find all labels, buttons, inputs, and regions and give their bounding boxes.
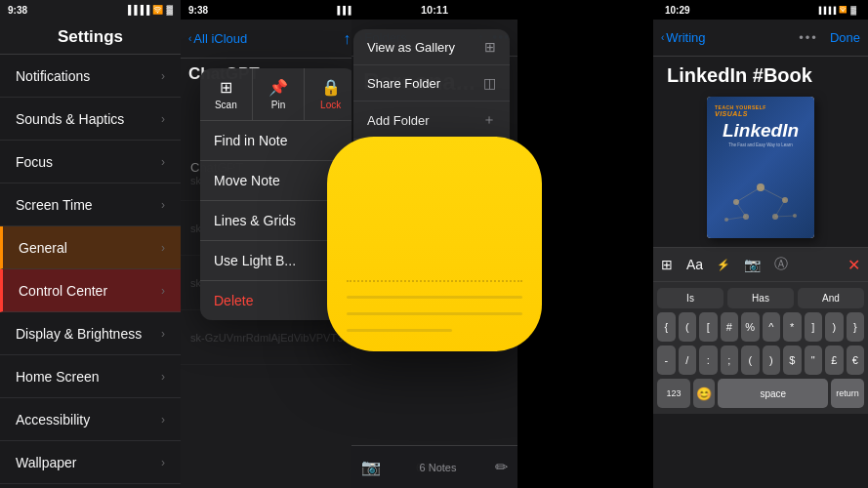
key-close-paren2[interactable]: ): [763, 346, 781, 375]
settings-status-right: ▐▐▐▐ 🛜 ▓: [125, 5, 173, 15]
key-emoji[interactable]: 😊: [693, 379, 716, 408]
text-style-icon[interactable]: Ⓐ: [774, 256, 788, 273]
settings-item-notifications[interactable]: Notifications ›: [0, 55, 181, 98]
notes-line-3: [347, 329, 452, 332]
settings-item-general[interactable]: General ›: [0, 226, 181, 269]
writing-status-bar: 10:29 ▐▐▐▐ 🛜 ▓: [653, 0, 868, 20]
settings-item-display[interactable]: Display & Brightness ›: [0, 312, 181, 355]
key-percent[interactable]: %: [741, 312, 760, 342]
key-hash[interactable]: #: [721, 312, 739, 342]
svg-line-12: [775, 216, 795, 217]
text-format-icon[interactable]: Aa: [686, 257, 703, 272]
key-star[interactable]: *: [783, 312, 802, 342]
close-icon[interactable]: ✕: [847, 256, 860, 274]
chevron-left-icon: ‹: [661, 32, 664, 43]
key-pound[interactable]: £: [825, 346, 844, 375]
chevron-right-icon: ›: [161, 370, 165, 384]
settings-item-siri[interactable]: Siri & Search ›: [0, 484, 181, 488]
camera-toolbar-icon[interactable]: 📷: [744, 257, 761, 272]
scan-button[interactable]: ⊞ Scan: [200, 68, 252, 120]
settings-item-focus[interactable]: Focus ›: [0, 141, 181, 183]
key-open-paren2[interactable]: (: [741, 346, 760, 375]
key-open-brace[interactable]: {: [657, 312, 676, 342]
lock-icon: 🔒: [321, 78, 341, 97]
notes-app-icon[interactable]: [327, 137, 542, 351]
settings-time: 9:38: [8, 5, 27, 16]
svg-line-8: [761, 187, 785, 200]
network-svg: [717, 173, 805, 226]
grid-toolbar-icon[interactable]: ⊞: [661, 257, 673, 272]
settings-title-bar: Settings: [0, 20, 181, 55]
add-folder-icon: ＋: [482, 111, 496, 129]
settings-item-sounds[interactable]: Sounds & Haptics ›: [0, 98, 181, 141]
chevron-right-icon: ›: [161, 198, 165, 212]
key-dash[interactable]: -: [657, 346, 676, 375]
key-close-paren[interactable]: ): [825, 312, 844, 342]
settings-panel: 9:38 ▐▐▐▐ 🛜 ▓ Settings Notifications › S…: [0, 0, 181, 488]
key-close-brace[interactable]: }: [847, 312, 865, 342]
chat-status-left: 9:38: [188, 5, 208, 16]
key-quote[interactable]: ": [805, 346, 823, 375]
add-folder-button[interactable]: Add Folder ＋: [353, 102, 510, 140]
book-cover-inner: Teach Yourself VISUALS LinkedIn The Fast…: [707, 97, 814, 238]
key-close-bracket[interactable]: ]: [805, 312, 823, 342]
settings-list: Notifications › Sounds & Haptics › Focus…: [0, 55, 181, 488]
key-slash[interactable]: /: [679, 346, 697, 375]
key-euro[interactable]: €: [847, 346, 865, 375]
settings-item-wallpaper[interactable]: Wallpaper ›: [0, 441, 181, 484]
more-icon[interactable]: •••: [799, 30, 818, 45]
settings-item-control-center[interactable]: Control Center ›: [0, 269, 181, 312]
signal-icon: ▐▐▐▐: [125, 5, 150, 15]
key-open-bracket[interactable]: [: [699, 312, 718, 342]
wifi-icon: 🛜: [839, 6, 847, 14]
scan-icon: ⊞: [220, 78, 232, 97]
key-caret[interactable]: ^: [763, 312, 781, 342]
compose-icon[interactable]: ✏: [495, 458, 508, 476]
notes-status-bar: 10:11: [351, 0, 517, 20]
signal-icon: ▐▐▐▐: [816, 7, 836, 14]
chat-back-button[interactable]: ‹ All iCloud: [188, 31, 247, 46]
key-return[interactable]: return: [831, 379, 864, 408]
writing-status-icons: ▐▐▐▐ 🛜 ▓: [816, 6, 856, 15]
done-button[interactable]: Done: [830, 30, 860, 45]
key-open-paren[interactable]: (: [679, 312, 697, 342]
key-semicolon[interactable]: ;: [721, 346, 739, 375]
writing-back-button[interactable]: ‹ Writing: [661, 30, 706, 45]
notes-spacer-2: [347, 315, 522, 329]
writing-nav: ‹ Writing ••• Done: [653, 20, 868, 57]
bullet-icon[interactable]: ⚡: [717, 259, 730, 271]
settings-item-screen-time[interactable]: Screen Time ›: [0, 183, 181, 226]
view-gallery-button[interactable]: View as Gallery ⊞: [353, 29, 510, 65]
battery-icon: ▓: [850, 6, 856, 15]
writing-nav-actions: ••• Done: [799, 30, 860, 45]
settings-item-accessibility[interactable]: Accessibility ›: [0, 398, 181, 441]
chat-time: 9:38: [188, 5, 208, 16]
key-dollar[interactable]: $: [783, 346, 802, 375]
pin-button[interactable]: 📌 Pin: [252, 68, 306, 120]
camera-icon[interactable]: 📷: [361, 458, 381, 476]
book-brand-line2: VISUALS: [715, 110, 766, 117]
notes-count-label: 6 Notes: [420, 462, 457, 473]
book-logo-area: Teach Yourself VISUALS: [707, 97, 814, 117]
key-colon[interactable]: :: [699, 346, 718, 375]
share-icon[interactable]: ↑: [343, 30, 351, 48]
key-and[interactable]: And: [798, 288, 864, 308]
settings-item-home-screen[interactable]: Home Screen ›: [0, 355, 181, 398]
share-folder-button[interactable]: Share Folder ◫: [353, 65, 510, 102]
chevron-right-icon: ›: [161, 456, 165, 469]
key-123[interactable]: 123: [657, 379, 690, 408]
chevron-right-icon: ›: [161, 155, 165, 169]
writing-title: LinkedIn #Book: [667, 64, 812, 86]
battery-icon: ▓: [166, 5, 173, 15]
key-is[interactable]: Is: [657, 288, 723, 308]
chevron-right-icon: ›: [161, 69, 165, 83]
key-space[interactable]: space: [718, 379, 828, 408]
lock-button[interactable]: 🔒 Lock: [305, 68, 356, 120]
grid-icon: ⊞: [484, 39, 496, 55]
notes-spacer-1: [347, 299, 522, 312]
keyboard-row-2: - / : ; ( ) $ " £ €: [653, 344, 868, 377]
keyboard-special-row: Is Has And: [653, 286, 868, 310]
book-title-area: LinkedIn The Fast and Easy Way to Learn: [707, 117, 814, 151]
keyboard-bottom-row: 123 😊 space return: [653, 377, 868, 410]
key-has[interactable]: Has: [727, 288, 794, 308]
